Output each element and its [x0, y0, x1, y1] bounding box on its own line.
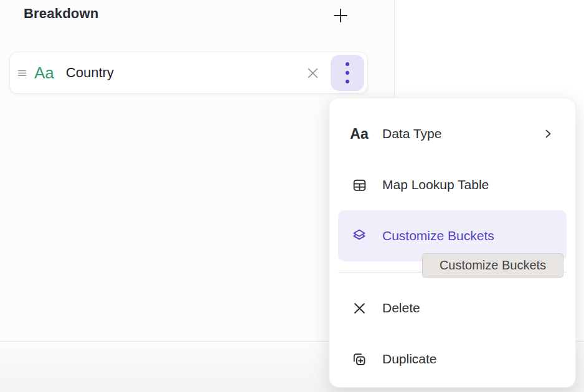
stack-icon	[351, 228, 367, 244]
duplicate-icon	[351, 351, 367, 368]
menu-item-map-lookup-table[interactable]: Map Lookup Table	[338, 159, 567, 210]
menu-item-delete[interactable]: Delete	[338, 282, 567, 334]
add-breakdown-button[interactable]	[329, 4, 352, 27]
plus-icon	[332, 7, 349, 24]
table-icon	[351, 177, 367, 193]
remove-field-button[interactable]	[305, 65, 321, 81]
delete-x-icon	[351, 301, 367, 316]
page-title: Breakdown	[24, 6, 98, 22]
customize-buckets-tooltip: Customize Buckets	[422, 253, 563, 278]
chevron-right-icon	[542, 128, 554, 140]
kebab-menu-icon	[346, 62, 349, 83]
field-name: Country	[66, 65, 114, 81]
string-type-icon: Aa	[34, 65, 54, 81]
field-options-menu: Aa Data Type Map Lookup Table	[329, 98, 576, 388]
menu-item-label: Data Type	[382, 126, 441, 141]
menu-item-label: Duplicate	[382, 352, 437, 366]
menu-item-label: Customize Buckets	[382, 228, 494, 243]
breakdown-field-card[interactable]: Aa Country	[9, 52, 368, 94]
field-options-button[interactable]	[331, 55, 364, 91]
menu-item-data-type[interactable]: Aa Data Type	[338, 108, 567, 159]
menu-item-duplicate[interactable]: Duplicate	[338, 334, 567, 385]
menu-item-label: Delete	[382, 301, 420, 315]
drag-handle-icon[interactable]	[17, 68, 27, 78]
close-icon	[305, 65, 321, 81]
breakdown-panel-screen: Breakdown Aa Country	[0, 0, 584, 392]
menu-item-label: Map Lookup Table	[382, 177, 489, 192]
panel-header: Breakdown	[0, 0, 394, 37]
text-type-icon: Aa	[351, 127, 367, 141]
